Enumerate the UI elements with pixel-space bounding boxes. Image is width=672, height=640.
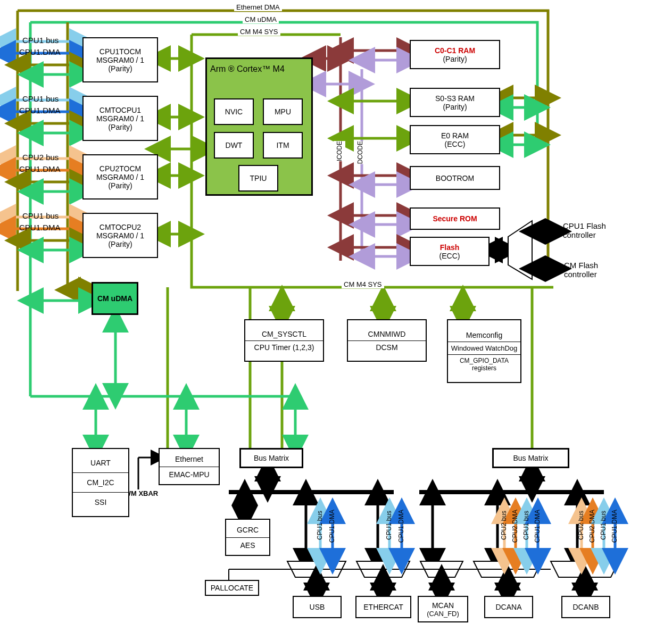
- mux4-cpu1dma: CPU1.DMA: [534, 510, 541, 543]
- block-dcana: DCANA: [484, 596, 533, 618]
- txt: E0 RAM: [441, 131, 469, 140]
- txt: (ECC): [439, 252, 460, 260]
- block-tpiu: TPIU: [238, 165, 278, 192]
- txt: AES: [226, 538, 269, 553]
- ext-cpu1-dma-3: CPU1.DMA: [19, 164, 61, 173]
- block-dcanb: DCANB: [561, 596, 610, 618]
- mux4-cpu2dma: CPU2.DMA: [511, 510, 519, 543]
- txt: (ECC): [445, 140, 466, 148]
- mux4-cpu1bus: CPU1 bus: [522, 511, 530, 540]
- block-flash: Flash (ECC): [410, 237, 490, 266]
- txt: Flash: [440, 243, 460, 252]
- txt: Ethernet: [160, 452, 219, 467]
- block-pallocate: PALLOCATE: [205, 580, 259, 596]
- txt: CM_SYSCTL: [245, 328, 323, 341]
- block-comm-stack: UART CM_I2C SSI: [72, 448, 129, 517]
- txt: (Parity): [443, 55, 467, 63]
- bus-label-cm-m4-sys: CM M4 SYS: [238, 28, 280, 36]
- bus-label-dcode: DCODE: [354, 141, 366, 164]
- txt: CM_I2C: [73, 473, 128, 493]
- txt: (Parity): [108, 240, 132, 248]
- txt: CM_GPIO_DATA registers: [448, 355, 520, 374]
- mux5-cpu1bus: CPU1 bus: [600, 511, 607, 540]
- mux5-cpu2bus: CPU2 bus: [577, 511, 585, 540]
- block-dwt: DWT: [214, 132, 254, 159]
- txt: CPU1TOCM: [99, 47, 141, 56]
- block-mpu: MPU: [263, 98, 303, 125]
- txt: BOOTROM: [436, 174, 474, 182]
- block-bus-matrix-2: Bus Matrix: [492, 448, 569, 468]
- block-cmtocpu1: CMTOCPU1 MSGRAM0 / 1 (Parity): [82, 96, 158, 141]
- txt: Secure ROM: [433, 214, 477, 223]
- block-cpu2tocm: CPU2TOCM MSGRAM0 / 1 (Parity): [82, 154, 158, 200]
- mux5-cpu2dma: CPU2.DMA: [588, 510, 596, 543]
- mux4-cpu2bus: CPU2 bus: [500, 511, 508, 540]
- bus-label-cm-udma: CM uDMA: [243, 15, 279, 23]
- txt: UART: [73, 453, 128, 473]
- txt: GCRC: [226, 522, 269, 538]
- txt: MCAN: [432, 601, 454, 610]
- ext-cpu1-dma-2: CPU1.DMA: [19, 106, 61, 115]
- ext-cpu1-dma-1: CPU1.DMA: [19, 47, 61, 56]
- mux2-cpu1bus: CPU1 bus: [385, 511, 393, 540]
- txt: EMAC-MPU: [160, 467, 219, 482]
- block-cpu1tocm: CPU1TOCM MSGRAM0 / 1 (Parity): [82, 37, 158, 82]
- ext-cpu1-bus-1: CPU1 bus: [22, 36, 59, 45]
- txt: (Parity): [108, 181, 132, 190]
- block-ethercat: ETHERCAT: [355, 596, 411, 618]
- block-cm-sysctl: CM_SYSCTL CPU Timer (1,2,3): [244, 319, 324, 362]
- txt: (Parity): [443, 103, 467, 111]
- mux2-cpu1dma: CPU1.DMA: [397, 510, 405, 543]
- mux1-cpu1bus: CPU1 bus: [316, 511, 323, 540]
- txt: CMTOCPU2: [99, 223, 141, 231]
- txt: MSGRAM0 / 1: [96, 114, 144, 123]
- block-cmtocpu2: CMTOCPU2 MSGRAM0 / 1 (Parity): [82, 213, 158, 258]
- ext-cpu1-dma-4: CPU1.DMA: [19, 223, 61, 232]
- block-bus-matrix-1: Bus Matrix: [239, 448, 303, 468]
- mux5-cpu1dma: CPU1.DMA: [611, 510, 618, 543]
- svg-marker-40: [508, 221, 532, 279]
- block-secure-rom: Secure ROM: [410, 207, 500, 230]
- txt: SSI: [73, 493, 128, 512]
- cortex-title: Arm ® Cortex™ M4: [207, 64, 285, 74]
- txt: C0-C1 RAM: [435, 46, 475, 55]
- ext-cpu1-bus-2: CPU1 bus: [22, 94, 59, 103]
- flash-ctrl-cm: CM Flash controller: [564, 261, 628, 279]
- txt: MSGRAM0 / 1: [96, 56, 144, 64]
- svg-marker-69: [551, 561, 619, 577]
- block-cmnmiwd: CMNMIWD DCSM: [347, 319, 427, 362]
- txt: CMNMIWD: [348, 328, 426, 341]
- block-s0s3-ram: S0-S3 RAM (Parity): [410, 88, 500, 117]
- block-itm: ITM: [263, 132, 303, 159]
- block-cm-udma: CM uDMA: [92, 282, 138, 315]
- block-memconfig: Memconfig Windowed WatchDog CM_GPIO_DATA…: [447, 319, 521, 383]
- block-mcan: MCAN (CAN_FD): [418, 596, 468, 622]
- ext-cpu2-bus-3: CPU2 bus: [22, 153, 59, 162]
- txt: MSGRAM0 / 1: [96, 173, 144, 181]
- block-nvic: NVIC: [214, 98, 254, 125]
- block-usb: USB: [293, 596, 342, 618]
- flash-ctrl-cpu1: CPU1 Flash controller: [563, 221, 627, 239]
- block-e0-ram: E0 RAM (ECC): [410, 125, 500, 154]
- block-c0c1-ram: C0-C1 RAM (Parity): [410, 40, 500, 69]
- txt: DCSM: [348, 341, 426, 354]
- txt: CPU2TOCM: [99, 164, 141, 173]
- ext-cpu1-bus-4: CPU1 bus: [22, 211, 59, 220]
- txt: Memconfig: [448, 329, 520, 342]
- bus-label-icode: ICODE: [334, 141, 345, 161]
- bus-label-cm-m4-sys-2: CM M4 SYS: [342, 280, 384, 288]
- block-ethernet-stack: Ethernet EMAC-MPU: [159, 448, 220, 485]
- txt: (Parity): [108, 123, 132, 131]
- block-bootrom: BOOTROM: [410, 166, 500, 190]
- mux1-cpu1dma: CPU1.DMA: [328, 510, 336, 543]
- block-gcrc-aes: GCRC AES: [225, 519, 270, 556]
- txt: Windowed WatchDog: [448, 342, 520, 355]
- txt: CMTOCPU1: [99, 106, 141, 114]
- txt: (Parity): [108, 64, 132, 73]
- txt: (CAN_FD): [427, 610, 459, 618]
- txt: MSGRAM0 / 1: [96, 231, 144, 240]
- bus-label-eth-dma: Ethernet DMA: [234, 3, 282, 11]
- txt: CPU Timer (1,2,3): [245, 341, 323, 354]
- txt: S0-S3 RAM: [435, 94, 475, 103]
